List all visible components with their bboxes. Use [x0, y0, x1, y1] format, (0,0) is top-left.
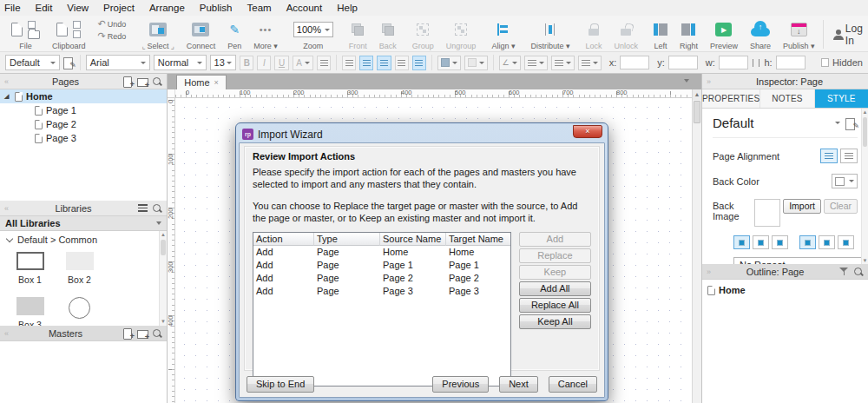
page-style-preset-dropdown[interactable]: Default [713, 114, 858, 138]
previous-button[interactable]: Previous [432, 376, 489, 393]
line-width-dropdown[interactable]: ∠ [499, 56, 521, 70]
collapse-panel-icon[interactable]: » [707, 77, 711, 86]
preview-button[interactable]: ▶ Preview [704, 17, 744, 51]
page-tree-item[interactable]: Page 3 [0, 131, 167, 145]
action-button[interactable]: Keep [519, 265, 591, 280]
line-spacing-button[interactable] [317, 56, 331, 70]
paste-icon[interactable] [56, 23, 68, 36]
underline-button[interactable]: U [274, 56, 288, 70]
add-page-icon[interactable] [122, 76, 133, 87]
font-color-dropdown[interactable]: A [293, 56, 314, 70]
arrow-style-dropdown[interactable] [551, 56, 575, 70]
outline-item[interactable]: Home [702, 283, 868, 297]
menu-item[interactable]: Project [103, 3, 135, 13]
scroll-down-icon[interactable]: ▼ [862, 258, 868, 263]
align-center-button[interactable] [359, 56, 373, 70]
front-button[interactable]: Front [343, 17, 373, 51]
tab-list-dropdown-icon[interactable] [684, 79, 689, 83]
close-icon[interactable]: × [573, 125, 602, 138]
image-align-center-button[interactable] [753, 235, 769, 249]
table-row[interactable]: Add Page Page 3 Page 3 [253, 285, 510, 298]
collapse-panel-icon[interactable]: » [707, 268, 711, 276]
align-left-edge-button[interactable]: Left [648, 17, 674, 51]
search-icon[interactable] [853, 267, 864, 277]
font-size-dropdown[interactable]: 13 [210, 55, 237, 70]
more-tools[interactable]: ••• More ▾ [247, 17, 284, 51]
file-group[interactable]: File [5, 17, 46, 51]
action-button[interactable]: Replace All [519, 298, 591, 313]
menu-item[interactable]: Publish [200, 3, 233, 13]
scrollbar-thumb[interactable] [694, 101, 700, 123]
link-dimensions-icon[interactable] [753, 59, 760, 67]
library-section-header[interactable]: Default > Common [0, 231, 167, 248]
publish-menu[interactable]: ↓ Publish ▾ [777, 17, 821, 51]
skip-to-end-button[interactable]: Skip to End [247, 376, 314, 393]
y-input[interactable] [668, 56, 698, 69]
import-image-button[interactable]: Import [783, 199, 821, 214]
lock-button[interactable]: Lock [579, 17, 608, 51]
scroll-down-icon[interactable]: ▼ [160, 318, 167, 326]
image-repeat-dropdown[interactable]: No Repeat [733, 257, 864, 264]
align-middle-button[interactable] [412, 56, 426, 70]
action-button[interactable]: Add All [519, 281, 591, 296]
edit-style-icon[interactable] [63, 56, 75, 69]
font-weight-dropdown[interactable]: Normal [154, 55, 207, 70]
tab-home[interactable]: Home × [176, 75, 227, 89]
border-color-dropdown[interactable] [464, 56, 488, 70]
inspector-tab[interactable]: PROPERTIES [702, 89, 760, 108]
table-row[interactable]: Add Page Page 2 Page 2 [253, 272, 510, 285]
open-folder-icon[interactable] [28, 30, 40, 39]
border-pattern-dropdown[interactable] [578, 56, 602, 70]
login-button[interactable]: Log In [825, 23, 868, 47]
redo-button[interactable]: ↷Redo [98, 30, 127, 42]
cancel-button[interactable]: Cancel [549, 376, 597, 393]
italic-button[interactable]: I [257, 56, 271, 70]
libraries-filter-dropdown[interactable]: All Libraries [0, 216, 167, 231]
page-tree-item[interactable]: ◢ Home [0, 89, 167, 103]
column-header-type[interactable]: Type [314, 233, 380, 246]
search-icon[interactable] [152, 203, 162, 214]
page-tree-item[interactable]: Page 2 [0, 117, 167, 131]
collapse-panel-icon[interactable]: « [4, 204, 9, 213]
align-right-edge-button[interactable]: Right [674, 17, 704, 51]
filter-icon[interactable] [839, 267, 849, 276]
zoom-dropdown[interactable]: 100% [293, 22, 333, 37]
menu-item[interactable]: File [4, 3, 21, 13]
table-row[interactable]: Add Page Page 1 Page 1 [253, 259, 510, 272]
inspector-tab[interactable]: STYLE [815, 89, 868, 108]
library-item[interactable] [55, 294, 104, 326]
collapse-panel-icon[interactable]: « [4, 77, 9, 86]
pen-tool[interactable]: ✎ Pen [221, 17, 247, 51]
new-file-icon[interactable] [11, 23, 23, 36]
add-folder-icon[interactable] [137, 76, 148, 87]
column-header-action[interactable]: Action [253, 233, 314, 246]
add-master-icon[interactable] [122, 327, 133, 339]
scrollbar-thumb[interactable] [161, 240, 166, 255]
save-icon[interactable] [28, 21, 36, 29]
import-actions-table[interactable]: Action Type Source Name Target Name Add … [253, 232, 511, 386]
dialog-title-bar[interactable]: rp Import Wizard × [239, 126, 605, 142]
select-tool[interactable]: Select [135, 17, 180, 51]
action-button[interactable]: Keep All [519, 314, 591, 329]
search-icon[interactable] [152, 328, 162, 339]
menu-item[interactable]: View [67, 3, 89, 13]
style-panel-scrollbar[interactable]: ▲ ▼ [861, 109, 868, 264]
font-family-dropdown[interactable]: Arial [86, 55, 150, 70]
ungroup-button[interactable]: Ungroup [440, 17, 483, 51]
bold-button[interactable]: B [240, 56, 253, 70]
page-align-center-button[interactable] [840, 149, 858, 163]
line-style-dropdown[interactable] [524, 56, 548, 70]
connect-tool[interactable]: Connect [181, 17, 222, 51]
align-left-button[interactable] [342, 56, 356, 70]
back-button[interactable]: Back [373, 17, 403, 51]
tree-expand-icon[interactable]: ◢ [4, 93, 11, 100]
align-top-button[interactable] [395, 56, 409, 70]
align-menu[interactable]: Align ▾ [485, 17, 521, 51]
canvas-scrollbar[interactable]: ▲ [692, 89, 701, 403]
back-image-thumbnail[interactable] [754, 199, 780, 227]
table-row[interactable]: Add Page Home Home [253, 246, 510, 259]
fill-color-dropdown[interactable] [437, 56, 461, 70]
copy-icon[interactable] [73, 30, 81, 38]
library-item[interactable]: Box 3 [5, 294, 55, 326]
align-right-button[interactable] [377, 56, 391, 70]
